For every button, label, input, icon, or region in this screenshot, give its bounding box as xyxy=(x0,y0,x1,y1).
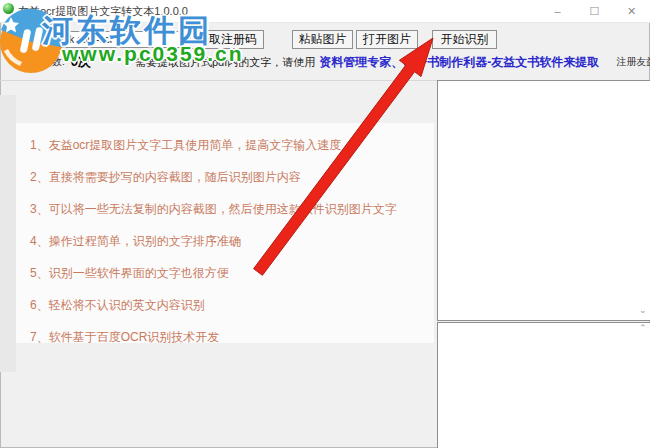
recognized-text-panel[interactable] xyxy=(437,322,650,448)
feature-item: 5、识别一些软件界面的文字也很方便 xyxy=(16,257,434,289)
maximize-icon[interactable]: ☐ xyxy=(576,0,613,22)
feature-item: 7、软件基于百度OCR识别技术开发 xyxy=(16,321,434,353)
left-gutter xyxy=(0,95,16,372)
close-icon[interactable]: ✕ xyxy=(613,0,650,22)
minimize-icon[interactable]: – xyxy=(539,0,576,22)
register-youyi-link[interactable]: 注册友益文书 xyxy=(616,55,650,69)
feature-item: 6、轻松将不认识的英文内容识别 xyxy=(16,289,434,321)
app-window: 友益ocr提取图片文字转文本1.0.0.0 – ☐ ✕ 注册码 获取注册码 粘贴… xyxy=(0,0,650,448)
feature-item: 2、直接将需要抄写的内容截图，随后识别图片内容 xyxy=(16,161,434,193)
youyi-software-link[interactable]: 资料管理专家、电子书制作利器-友益文书软件来提取 xyxy=(319,54,599,71)
watermark-site-url: www.pc0359.cn xyxy=(62,42,244,66)
image-preview-panel[interactable] xyxy=(437,80,650,321)
feature-item: 3、可以将一些无法复制的内容截图，然后使用这款软件识别图片文字 xyxy=(16,193,434,225)
start-recognition-button[interactable]: 开始识别 xyxy=(432,30,497,49)
open-image-button[interactable]: 打开图片 xyxy=(356,30,418,49)
feature-list-panel: 1、友益ocr提取图片文字工具使用简单，提高文字输入速度 2、直接将需要抄写的内… xyxy=(16,123,434,343)
paste-image-button[interactable]: 粘贴图片 xyxy=(292,30,353,49)
window-controls: – ☐ ✕ xyxy=(539,0,650,22)
feature-item: 4、操作过程简单，识别的文字排序准确 xyxy=(16,225,434,257)
scroll-up-icon[interactable]: ⌃ xyxy=(639,323,647,333)
scroll-down-icon[interactable]: ⌄ xyxy=(639,305,647,315)
feature-item: 1、友益ocr提取图片文字工具使用简单，提高文字输入速度 xyxy=(16,129,434,161)
